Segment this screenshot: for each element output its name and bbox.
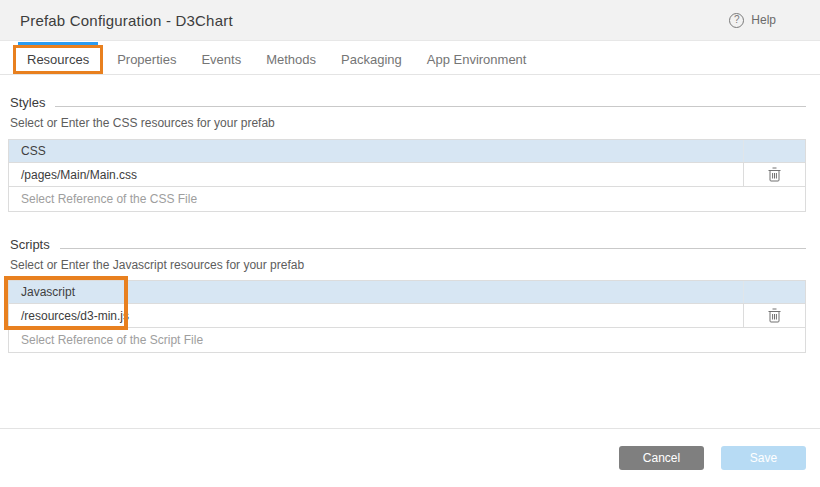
tab-methods[interactable]: Methods bbox=[255, 45, 327, 74]
script-table-header-label: Javascript bbox=[9, 285, 743, 299]
page-title: Prefab Configuration - D3Chart bbox=[20, 12, 233, 29]
styles-section-heading: Styles bbox=[10, 95, 806, 110]
styles-heading-label: Styles bbox=[10, 95, 45, 110]
script-table-header-action-cell bbox=[743, 281, 805, 303]
scripts-section-description: Select or Enter the Javascript resources… bbox=[10, 258, 304, 272]
footer-divider bbox=[0, 428, 820, 429]
delete-script-resource-button[interactable] bbox=[743, 304, 805, 327]
cancel-button[interactable]: Cancel bbox=[619, 446, 704, 470]
script-reference-input-row bbox=[9, 327, 805, 352]
title-bar: Prefab Configuration - D3Chart ? Help bbox=[0, 0, 820, 41]
tab-properties[interactable]: Properties bbox=[106, 45, 187, 74]
help-button[interactable]: ? Help bbox=[729, 13, 776, 28]
trash-icon bbox=[768, 308, 781, 323]
script-resources-table: Javascript /resources/d3-min.js bbox=[8, 280, 806, 353]
css-resource-path: /pages/Main/Main.css bbox=[9, 168, 743, 182]
save-button[interactable]: Save bbox=[721, 446, 806, 470]
scripts-section-heading: Scripts bbox=[10, 237, 806, 252]
delete-css-resource-button[interactable] bbox=[743, 163, 805, 186]
styles-heading-rule bbox=[55, 106, 806, 107]
styles-section-description: Select or Enter the CSS resources for yo… bbox=[10, 116, 275, 130]
tab-events[interactable]: Events bbox=[190, 45, 252, 74]
tab-packaging[interactable]: Packaging bbox=[330, 45, 413, 74]
css-reference-input[interactable] bbox=[9, 187, 805, 211]
css-table-header-label: CSS bbox=[9, 144, 743, 158]
css-resources-table: CSS /pages/Main/Main.css bbox=[8, 139, 806, 212]
help-question-icon: ? bbox=[729, 13, 744, 28]
scripts-heading-label: Scripts bbox=[10, 237, 50, 252]
prefab-configuration-dialog: Prefab Configuration - D3Chart ? Help Re… bbox=[0, 0, 820, 487]
tab-resources[interactable]: Resources bbox=[13, 45, 103, 74]
script-reference-input[interactable] bbox=[9, 328, 805, 352]
trash-icon bbox=[768, 167, 781, 182]
tab-bar: Resources Properties Events Methods Pack… bbox=[0, 41, 820, 75]
css-table-header-action-cell bbox=[743, 140, 805, 162]
scripts-heading-rule bbox=[60, 248, 806, 249]
script-table-header-row: Javascript bbox=[9, 281, 805, 303]
tab-app-environment[interactable]: App Environment bbox=[416, 45, 538, 74]
table-row: /resources/d3-min.js bbox=[9, 303, 805, 327]
css-reference-input-row bbox=[9, 186, 805, 211]
table-row: /pages/Main/Main.css bbox=[9, 162, 805, 186]
footer-actions: Cancel Save bbox=[619, 446, 806, 470]
help-label: Help bbox=[751, 13, 776, 27]
css-table-header-row: CSS bbox=[9, 140, 805, 162]
script-resource-path: /resources/d3-min.js bbox=[9, 309, 743, 323]
